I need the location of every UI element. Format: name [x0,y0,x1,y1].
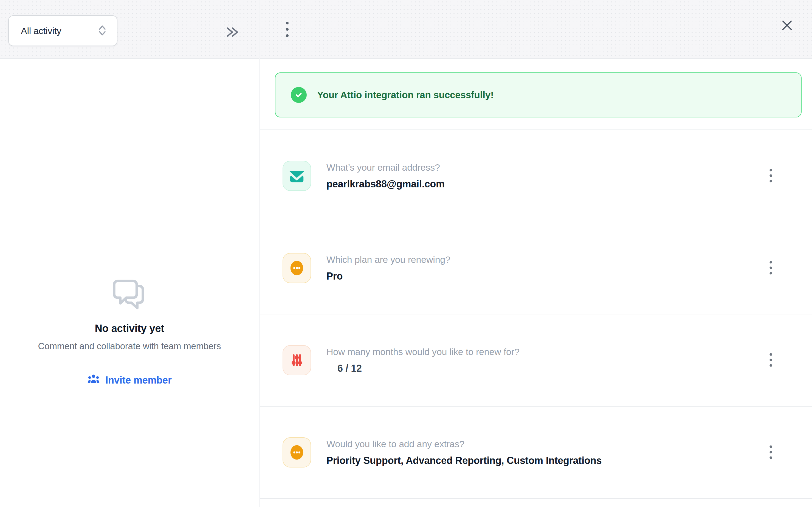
response-row-extras: Would you like to add any extras? Priori… [260,406,812,498]
chat-bubbles-icon [112,279,147,311]
kebab-menu-icon [769,353,772,368]
activity-filter-value: All activity [21,25,61,36]
kebab-menu-icon [285,21,289,39]
response-detail-panel: Your Attio integration ran successfully!… [260,0,812,507]
row-menu-button[interactable] [763,162,779,189]
activity-sidebar-header: All activity [0,0,259,59]
response-row-months: How many months would you like to renew … [260,314,812,406]
email-icon [283,161,311,191]
multiple-choice-icon [283,437,311,467]
collapse-sidebar-button[interactable] [220,21,246,43]
app-screen: All activity [0,0,812,507]
slider-icon [283,345,311,375]
question-label: How many months would you like to renew … [327,346,763,357]
kebab-menu-icon [769,261,772,276]
answer-value: Priority Support, Advanced Reporting, Cu… [327,455,763,466]
answer-value: Pro [327,271,763,282]
empty-state-title: No activity yet [95,323,164,334]
activity-empty-state: No activity yet Comment and collaborate … [0,279,259,387]
response-panel-body: Your Attio integration ran successfully!… [260,59,812,506]
question-label: What’s your email address? [327,162,763,173]
invite-member-label: Invite member [105,375,172,386]
response-panel-header [260,0,812,59]
question-label: Would you like to add any extras? [327,439,763,449]
invite-member-button[interactable]: Invite member [87,374,172,387]
integration-banner-message: Your Attio integration ran successfully! [317,90,494,100]
panel-menu-button[interactable] [278,18,297,41]
activity-sidebar: All activity [0,0,259,507]
integration-success-banner: Your Attio integration ran successfully! [275,72,802,117]
people-group-icon [87,374,100,387]
activity-sidebar-body: No activity yet Comment and collaborate … [0,59,259,507]
close-icon [781,19,793,33]
answer-value: 6 / 12 [327,363,763,374]
success-check-icon [291,87,307,103]
activity-filter-select[interactable]: All activity [8,15,117,46]
row-menu-button[interactable] [763,254,779,282]
row-menu-button[interactable] [763,439,779,466]
question-label: Which plan are you renewing? [327,254,763,265]
double-chevron-right-icon [226,26,240,39]
integration-banner-section: Your Attio integration ran successfully! [260,59,812,129]
empty-state-subtitle: Comment and collaborate with team member… [38,341,221,351]
response-row-email: What’s your email address? pearlkrabs88@… [260,129,812,222]
multiple-choice-icon [283,253,311,283]
next-row-divider [260,498,812,506]
answer-value: pearlkrabs88@gmail.com [327,178,763,190]
row-menu-button[interactable] [763,346,779,374]
kebab-menu-icon [769,168,772,183]
close-panel-button[interactable] [778,16,796,35]
kebab-menu-icon [769,445,772,460]
response-row-plan: Which plan are you renewing? Pro [260,222,812,314]
select-updown-icon [98,24,106,37]
